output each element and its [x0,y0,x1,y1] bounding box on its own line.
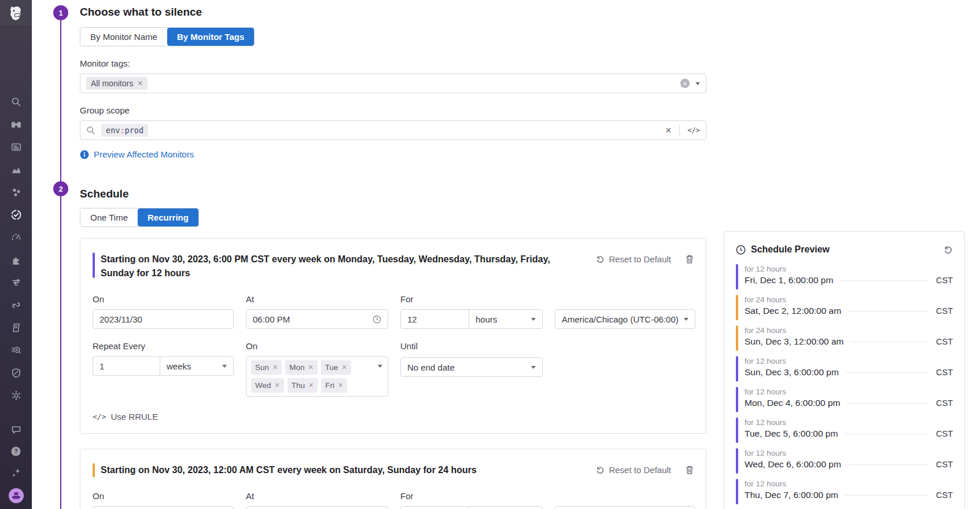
repeat-interval-input[interactable]: 1 [93,357,160,375]
timezone-select[interactable]: America/Chicago (UTC-06:00) [555,309,695,329]
org-network-icon[interactable] [10,390,22,401]
at-label: At [246,491,388,501]
weekday-chip: Sun✕ [251,360,282,375]
monitor-tags-input[interactable]: All monitors ✕ ✕ [80,74,706,93]
schedule-preview-item: for 12 hours Thu, Dec 7, 6:00:00 pm CST [736,479,953,504]
security-shield-icon[interactable] [10,367,22,379]
integrations-puzzle-icon[interactable] [10,254,22,266]
watchdog-binoculars-icon[interactable] [10,119,22,130]
metrics-chart-icon[interactable] [10,164,22,175]
schedule-preview-item: for 12 hours Mon, Dec 4, 6:00:00 pm CST [736,387,953,412]
dashboards-gauge-icon[interactable] [10,232,22,243]
at-time-input[interactable]: 12:00 AM [246,506,388,509]
weekday-label: Mon [289,363,304,372]
delete-rule-button[interactable] [685,254,694,264]
chevron-down-icon[interactable] [695,82,700,85]
code-view-icon[interactable]: </> [687,126,700,134]
step-2-title: Schedule [80,188,706,200]
search-icon[interactable] [10,96,22,108]
use-rrule-label: Use RRULE [110,412,158,422]
divider [845,495,929,496]
assistant-sparkles-icon[interactable] [10,467,22,478]
chat-bubble-icon[interactable] [10,424,22,435]
preview-link-label: Preview Affected Monitors [94,149,194,159]
tab-one-time[interactable]: One Time [80,208,138,226]
preview-duration: for 24 hours [745,326,953,335]
remove-weekday-icon[interactable]: ✕ [308,364,314,371]
pipelines-icon[interactable] [10,277,22,288]
notebooks-book-icon[interactable] [10,322,22,334]
svg-text:?: ? [14,448,18,455]
remove-weekday-icon[interactable]: ✕ [272,364,278,371]
schedule-preview-item: for 12 hours Fri, Dec 1, 6:00:00 pm CST [736,264,953,290]
scope-separator: : [120,126,124,135]
use-rrule-button[interactable]: </> Use RRULE [93,412,694,422]
silence-mode-tabs: By Monitor Name By Monitor Tags [80,27,255,46]
weekdays-multiselect[interactable]: Sun✕Mon✕Tue✕Wed✕Thu✕Fri✕ [246,356,388,397]
code-icon: </> [93,412,106,421]
schedule-preview-item: for 12 hours Tue, Dec 5, 6:00:00 pm CST [736,418,953,443]
reset-label: Reset to Default [609,254,671,264]
processes-cluster-icon[interactable] [10,186,22,198]
preview-timezone: CST [936,276,953,285]
weekday-label: Fri [325,381,334,390]
group-scope-input[interactable]: env:prod ✕ </> [80,120,706,140]
refresh-preview-button[interactable] [944,245,953,254]
remove-weekday-icon[interactable]: ✕ [338,382,343,389]
monitors-icon[interactable] [10,209,22,221]
user-avatar[interactable] [9,488,24,503]
reset-to-default-button[interactable]: Reset to Default [596,465,671,475]
reset-to-default-button[interactable]: Reset to Default [596,254,671,264]
divider [840,280,929,281]
reset-icon [596,255,605,263]
preview-accent-bar [736,387,738,412]
on-date-input[interactable]: 2023/11/30 [93,506,234,509]
timezone-select[interactable]: America/Chicago (UTC-06:00) [555,506,695,509]
clear-all-icon[interactable]: ✕ [680,79,690,88]
apm-link-icon[interactable] [10,299,22,311]
duration-value-input[interactable]: 24 [401,507,469,509]
preview-affected-monitors-link[interactable]: Preview Affected Monitors [80,149,706,159]
help-icon[interactable]: ? [10,445,22,457]
until-label: Until [400,341,543,351]
datadog-logo[interactable] [0,0,32,25]
preview-timezone: CST [936,306,953,316]
at-label: At [246,294,388,304]
at-time-input[interactable]: 06:00 PM [246,309,388,329]
duration-unit-select[interactable]: hours [469,310,542,328]
preview-datetime: Sun, Dec 3, 6:00:00 pm [745,367,839,378]
on-date-field: On 2023/11/30 [93,491,234,509]
clear-scope-icon[interactable]: ✕ [665,126,672,135]
schedule-preview-panel: Schedule Preview for 12 hours Fri, Dec 1… [724,231,965,509]
delete-rule-button[interactable] [685,465,694,475]
repeat-days-field: On Sun✕Mon✕Tue✕Wed✕Thu✕Fri✕ [246,341,388,397]
duration-unit-select[interactable]: hours [469,507,542,509]
scope-query-pill: env:prod [101,124,148,137]
preview-accent-bar [736,264,738,290]
scope-value: prod [125,126,144,135]
tab-by-monitor-name[interactable]: By Monitor Name [80,28,167,46]
remove-weekday-icon[interactable]: ✕ [275,382,280,389]
tab-by-monitor-tags[interactable]: By Monitor Tags [167,28,254,46]
remove-weekday-icon[interactable]: ✕ [308,382,314,389]
at-time-field: At 12:00 AM [246,491,388,509]
preview-duration: for 12 hours [745,449,953,457]
duration-value-input[interactable]: 12 [401,310,469,328]
on-date-input[interactable]: 2023/11/30 [93,309,234,329]
preview-datetime: Sat, Dec 2, 12:00:00 am [745,306,841,316]
datadog-dog-icon [8,4,25,21]
step-1-badge: 1 [53,5,68,20]
events-news-icon[interactable] [10,141,22,153]
remove-tag-icon[interactable]: ✕ [137,79,143,87]
remove-weekday-icon[interactable]: ✕ [342,364,347,371]
duration-field: For 12 hours [400,294,543,329]
app-sidebar: ? [0,0,32,509]
preview-timezone: CST [936,368,953,377]
preview-accent-bar [736,448,738,474]
logs-search-icon[interactable] [10,345,22,356]
repeat-unit-select[interactable]: weeks [160,357,233,375]
until-select[interactable]: No end date [400,357,543,377]
on-date-field: On 2023/11/30 [93,294,234,329]
tab-recurring[interactable]: Recurring [138,208,198,226]
schedule-preview-list: for 12 hours Fri, Dec 1, 6:00:00 pm CST … [736,264,953,504]
